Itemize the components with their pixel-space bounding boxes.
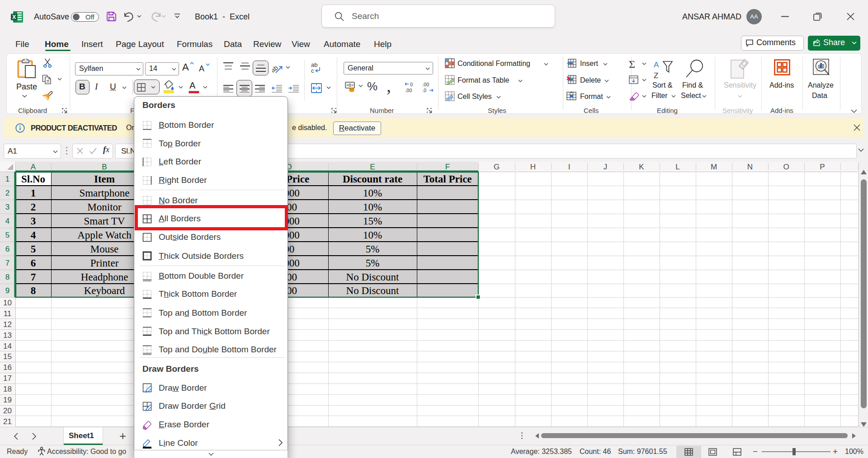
svg-text:J: J (604, 163, 608, 171)
svg-text:21: 21 (3, 417, 12, 426)
svg-text:c: c (311, 67, 314, 74)
svg-text:Total Price: Total Price (423, 173, 472, 185)
svg-text:2: 2 (5, 189, 9, 197)
svg-text:1: 1 (5, 175, 9, 183)
svg-text:Sl.No: Sl.No (21, 173, 45, 185)
svg-text:2: 2 (31, 201, 36, 213)
svg-text:16: 16 (3, 363, 12, 372)
svg-text:G: G (494, 163, 500, 171)
svg-text:11: 11 (4, 309, 12, 318)
svg-text:B: B (102, 163, 107, 171)
svg-text:5: 5 (5, 231, 9, 239)
svg-text:3: 3 (5, 203, 9, 211)
svg-text:6: 6 (31, 257, 36, 269)
svg-text:4: 4 (31, 229, 36, 241)
svg-text:15: 15 (3, 352, 12, 361)
svg-text:19: 19 (3, 396, 12, 404)
svg-text:H: H (530, 163, 536, 171)
svg-text:10%: 10% (363, 201, 382, 213)
svg-text:18: 18 (3, 385, 12, 393)
svg-text:Z: Z (654, 71, 658, 80)
svg-text:.00: .00 (405, 88, 412, 93)
svg-text:Smartphone: Smartphone (79, 187, 129, 199)
svg-text:I: I (568, 163, 571, 171)
svg-text:Printer: Printer (90, 257, 119, 269)
svg-text:6: 6 (5, 245, 9, 253)
svg-text:10%: 10% (363, 187, 382, 199)
svg-text:N: N (747, 163, 753, 171)
svg-text:4: 4 (5, 217, 9, 225)
svg-text:X: X (12, 14, 16, 20)
svg-text:15%: 15% (363, 215, 382, 227)
svg-text:No Discount: No Discount (346, 271, 400, 283)
svg-text:3: 3 (31, 215, 36, 227)
svg-text:1: 1 (31, 187, 36, 199)
svg-text:Discount rate: Discount rate (343, 173, 402, 185)
svg-text:8: 8 (5, 273, 9, 281)
svg-text:5%: 5% (366, 243, 380, 255)
svg-text:Item: Item (94, 173, 115, 185)
svg-text:20: 20 (3, 407, 12, 415)
svg-text:10: 10 (3, 299, 12, 307)
svg-text:5: 5 (31, 243, 36, 255)
svg-text:14: 14 (3, 342, 12, 351)
svg-text:10%: 10% (363, 229, 382, 241)
svg-text:K: K (639, 163, 644, 171)
svg-text:Monitor: Monitor (87, 201, 122, 213)
svg-text:A: A (31, 163, 36, 171)
svg-text:Smart TV: Smart TV (84, 215, 125, 227)
svg-text:O: O (783, 163, 789, 171)
svg-text:0: 0 (410, 82, 413, 87)
svg-text:5%: 5% (366, 257, 380, 269)
svg-text:L: L (675, 163, 679, 171)
svg-text:17: 17 (3, 374, 12, 383)
svg-text:13: 13 (3, 331, 12, 340)
svg-text:M: M (711, 163, 717, 171)
svg-text:No Discount: No Discount (346, 285, 400, 296)
svg-text:F: F (445, 163, 450, 171)
svg-text:.0: .0 (422, 88, 426, 93)
svg-text:.00: .00 (422, 82, 429, 87)
svg-text:7: 7 (5, 259, 9, 267)
svg-text:9: 9 (5, 286, 9, 295)
svg-text:Apple Watch: Apple Watch (77, 229, 132, 241)
svg-text:Headphone: Headphone (81, 271, 128, 283)
svg-text:8: 8 (31, 285, 36, 296)
svg-text:A: A (654, 61, 659, 69)
svg-text:Keyboard: Keyboard (84, 285, 125, 296)
svg-text:12: 12 (3, 320, 12, 329)
svg-text:7: 7 (31, 271, 36, 283)
svg-text:E: E (370, 163, 375, 171)
svg-text:P: P (820, 163, 825, 171)
svg-text:Mouse: Mouse (90, 243, 119, 255)
